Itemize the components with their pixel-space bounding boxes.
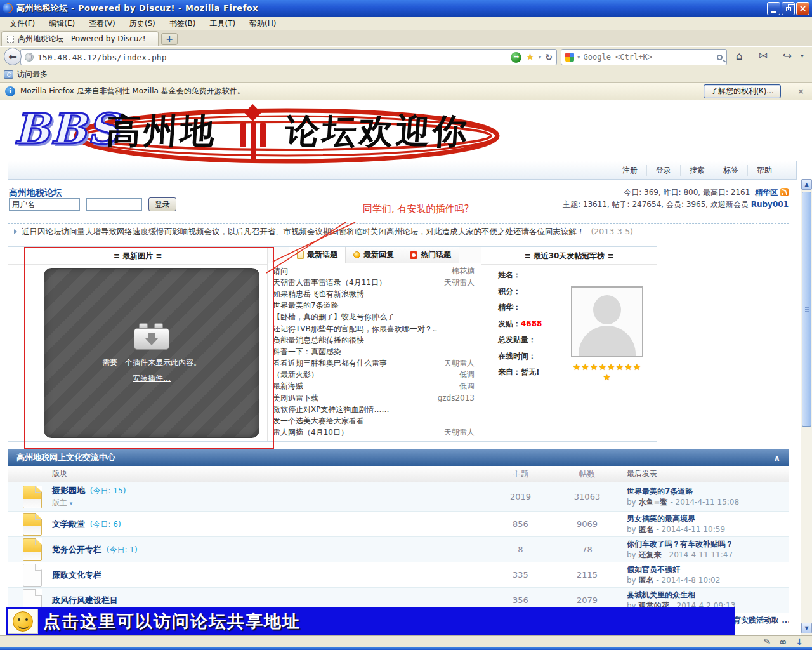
tab-latest-topics[interactable]: 最新话题 — [289, 247, 346, 263]
last-post-link[interactable]: 男女搞笑的最高境界 — [627, 514, 789, 524]
bookmark-star-icon[interactable]: ★ — [525, 52, 534, 62]
board-moderator-row[interactable]: 版主 ▾ — [52, 498, 487, 508]
search-input[interactable] — [584, 53, 714, 62]
go-button[interactable]: → — [511, 52, 521, 63]
reload-button[interactable]: ↻ — [545, 52, 553, 62]
menu-file[interactable]: 文件(F) — [3, 17, 42, 30]
quickdraw-brush-icon[interactable]: ✎ — [763, 636, 771, 647]
board-posts-count: 9069 — [554, 519, 620, 529]
know-your-rights-button[interactable]: 了解您的权利(K)… — [704, 84, 781, 98]
scroll-down-button[interactable]: ▼ — [801, 623, 812, 633]
mask-icon[interactable]: ∞ — [780, 637, 787, 646]
latest-images-title: ≡ 最新图片 ≡ — [8, 247, 267, 265]
essence-link[interactable]: 精华区 — [755, 188, 778, 197]
bbs-logo: BBS — [14, 108, 119, 150]
topic-link[interactable]: 【卧槽，真的删了】蛟龙号你肿么了 — [273, 312, 395, 322]
url-dropdown-icon[interactable]: ▾ — [539, 54, 542, 60]
topic-link[interactable]: 负能量消息总能传播的很快 — [273, 335, 364, 346]
board-link[interactable]: 摄影园地 — [52, 486, 85, 495]
home-button[interactable]: ⌂ — [736, 50, 743, 62]
topic-link[interactable]: 科普一下：真菌感染 — [273, 347, 341, 357]
board-link[interactable]: 廉政文化专栏 — [52, 570, 102, 580]
topic-author-link[interactable]: gzds2013 — [438, 394, 475, 402]
board-link[interactable]: 文学殿堂 — [52, 519, 85, 529]
menu-bookmarks[interactable]: 书签(B) — [162, 17, 203, 30]
last-post-link[interactable]: 你们车改了吗？有车改补贴吗？ — [627, 539, 789, 550]
last-post-author[interactable]: 匿名 — [639, 576, 654, 585]
vertical-scrollbar[interactable]: ▲ ▼ — [801, 179, 812, 635]
tab-latest-replies[interactable]: 最新回复 — [346, 247, 402, 263]
last-post-link[interactable]: 世界最美的7条道路 — [627, 486, 789, 497]
topic-link[interactable]: 如果精忠岳飞也有新浪微博 — [273, 289, 364, 300]
topic-author-link[interactable]: 天朝雷人 — [444, 358, 475, 369]
section-title: 高州地税网上文化交流中心 — [16, 452, 115, 463]
menu-edit[interactable]: 编辑(E) — [42, 17, 82, 30]
topic-link[interactable]: （最新火影） — [273, 369, 318, 380]
topic-author-link[interactable]: 天朝雷人 — [444, 427, 475, 438]
login-button[interactable]: 登录 — [148, 197, 176, 211]
menu-history[interactable]: 历史(S) — [122, 17, 162, 30]
topic-link[interactable]: 发一个选美大赛给大家看看 — [273, 416, 364, 427]
password-field[interactable] — [86, 198, 142, 211]
share-button[interactable]: ↪ — [783, 50, 792, 62]
topic-tabs: 最新话题 最新回复 热门话题 — [268, 247, 481, 263]
search-magnifier-icon[interactable] — [717, 55, 723, 60]
topic-row: 微软停止对XP支持这狗血剧情…… — [268, 404, 481, 415]
topic-author-link[interactable]: 低调 — [459, 369, 475, 380]
collapse-icon[interactable]: ∧ — [773, 453, 780, 463]
url-input[interactable] — [37, 53, 507, 62]
scroll-up-button[interactable]: ▲ — [801, 179, 812, 190]
last-post-author[interactable]: 匿名 — [639, 525, 654, 534]
topic-author-link[interactable]: 天朝雷人 — [444, 277, 475, 288]
notification-message: Mozilla Firefox 是来自非营利性 Mozilla 基金会的免费开源… — [20, 86, 698, 96]
topic-link[interactable]: 看看近期三胖和奥巴都有什么雷事 — [273, 358, 387, 369]
board-link[interactable]: 党务公开专栏 — [52, 545, 102, 554]
topic-link[interactable]: 天朝雷人雷事雷语录（4月11日） — [273, 277, 386, 288]
restore-button[interactable] — [782, 2, 795, 15]
back-button[interactable]: ← — [4, 48, 22, 65]
last-post-link[interactable]: 县城机关里的众生相 — [627, 590, 789, 600]
mail-button[interactable]: ✉ — [759, 50, 768, 62]
scrollbar-thumb[interactable] — [802, 192, 811, 427]
menu-tools[interactable]: 工具(T) — [202, 17, 242, 30]
username-field[interactable] — [9, 198, 80, 211]
rss-icon[interactable] — [780, 188, 789, 196]
board-row: 文学殿堂 (今日: 6) 856 9069 男女搞笑的最高境界 by 匿名 - … — [8, 512, 789, 537]
topic-row: 负能量消息总能传播的很快 — [268, 335, 481, 346]
search-bar[interactable]: ▾ — [561, 49, 727, 65]
install-plugin-link[interactable]: 安装插件… — [133, 373, 171, 384]
most-visited-folder-icon — [4, 70, 13, 79]
last-post-author[interactable]: 还复来 — [639, 550, 662, 559]
board-row: 廉政文化专栏 335 2115 假如官员不强奸 by 匿名 - 2014-4-8… — [8, 562, 789, 588]
notification-close-icon[interactable]: × — [797, 86, 804, 96]
topic-link[interactable]: 世界最美的7条道路 — [273, 300, 339, 311]
toolbar-overflow-icon[interactable]: ▾ — [801, 52, 804, 59]
tab-hot-topics[interactable]: 热门话题 — [402, 247, 459, 263]
search-engine-dropdown-icon[interactable]: ▾ — [577, 54, 580, 60]
menu-help[interactable]: 帮助(H) — [242, 17, 283, 30]
download-arrow-icon[interactable]: ↓ — [796, 637, 803, 647]
browser-tab-active[interactable]: 高州地税论坛 - Powered by Discuz! — [1, 31, 159, 46]
menu-view[interactable]: 查看(V) — [82, 17, 122, 30]
topic-link[interactable]: 请问 — [273, 266, 288, 277]
topic-link[interactable]: 还记得TVB那些年的官配吗，你最喜欢哪一对？.. — [273, 324, 437, 335]
topic-row: 美剧迅雷下载gzds2013 — [268, 392, 481, 404]
bookmarks-bar: 访问最多 — [0, 67, 812, 83]
close-button[interactable]: × — [796, 2, 809, 15]
topic-author-link[interactable]: 低调 — [459, 381, 475, 392]
board-link[interactable]: 政风行风建设栏目 — [52, 595, 118, 605]
most-visited-bookmark[interactable]: 访问最多 — [17, 69, 48, 80]
new-member-link[interactable]: Ruby001 — [751, 200, 789, 209]
board-row: 摄影园地 (今日: 15) 版主 ▾ 2019 31063 世界最美的7条道路 … — [8, 482, 789, 512]
topic-link[interactable]: 微软停止对XP支持这狗血剧情…… — [273, 404, 389, 415]
topic-link[interactable]: 雷人网摘（4月10日） — [273, 427, 348, 438]
minimize-button[interactable] — [767, 2, 780, 15]
topic-link[interactable]: 美剧迅雷下载 — [273, 393, 318, 404]
share-address-banner[interactable]: 点击这里可以访问论坛共享地址 — [6, 607, 735, 635]
new-tab-button[interactable]: + — [161, 33, 178, 45]
last-post-author[interactable]: 水鱼=鳖 — [639, 498, 668, 507]
topic-author-link[interactable]: 棉花糖 — [452, 266, 475, 277]
topic-link[interactable]: 最新海贼 — [273, 381, 303, 392]
last-post-link[interactable]: 假如官员不强奸 — [627, 564, 789, 575]
url-bar[interactable]: → ★ ▾ ↻ — [20, 49, 557, 65]
